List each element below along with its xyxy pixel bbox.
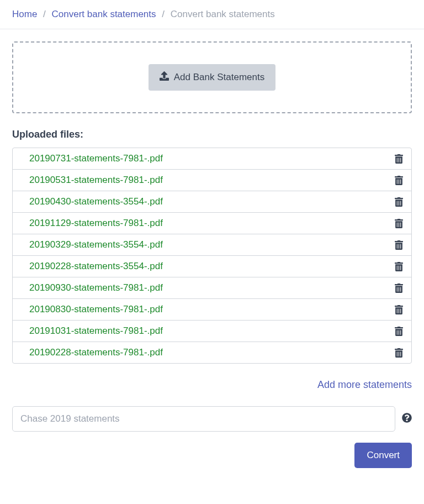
breadcrumb-section[interactable]: Convert bank statements (52, 9, 156, 19)
breadcrumb-separator: / (43, 9, 46, 19)
breadcrumb-current: Convert bank statements (171, 9, 275, 19)
file-name: 20190228-statements-3554-.pdf (29, 261, 163, 272)
file-name: 20190430-statements-3554-.pdf (29, 196, 163, 207)
file-name: 20190731-statements-7981-.pdf (29, 153, 163, 164)
trash-icon[interactable] (395, 305, 403, 314)
file-row: 20190731-statements-7981-.pdf (13, 148, 411, 170)
file-row: 20190329-statements-3554-.pdf (13, 234, 411, 256)
file-name: 20190329-statements-3554-.pdf (29, 239, 163, 250)
file-name: 20190228-statements-7981-.pdf (29, 347, 163, 358)
file-name: 20190531-statements-7981-.pdf (29, 175, 163, 186)
breadcrumb: Home / Convert bank statements / Convert… (0, 0, 424, 29)
file-row: 20190531-statements-7981-.pdf (13, 170, 411, 191)
add-more-statements-link[interactable]: Add more statements (317, 379, 412, 390)
upload-icon (160, 71, 169, 83)
trash-icon[interactable] (395, 154, 403, 164)
file-row: 20191031-statements-7981-.pdf (13, 321, 411, 342)
file-row: 20190228-statements-7981-.pdf (13, 342, 411, 363)
statements-name-input[interactable] (12, 406, 395, 432)
trash-icon[interactable] (395, 348, 403, 358)
file-name: 20191129-statements-7981-.pdf (29, 218, 163, 229)
convert-button[interactable]: Convert (354, 443, 412, 468)
uploaded-files-title: Uploaded files: (12, 129, 412, 140)
trash-icon[interactable] (395, 327, 403, 336)
add-bank-statements-label: Add Bank Statements (174, 72, 264, 83)
breadcrumb-separator: / (162, 9, 165, 19)
file-row: 20191129-statements-7981-.pdf (13, 213, 411, 234)
add-bank-statements-button[interactable]: Add Bank Statements (149, 64, 275, 91)
file-row: 20190430-statements-3554-.pdf (13, 191, 411, 213)
breadcrumb-home[interactable]: Home (12, 9, 37, 19)
trash-icon[interactable] (395, 240, 403, 250)
file-name: 20191031-statements-7981-.pdf (29, 326, 163, 337)
file-name: 20190830-statements-7981-.pdf (29, 304, 163, 315)
file-list: 20190731-statements-7981-.pdf20190531-st… (12, 148, 412, 364)
upload-dropzone[interactable]: Add Bank Statements (12, 41, 412, 113)
trash-icon[interactable] (395, 262, 403, 271)
file-row: 20190830-statements-7981-.pdf (13, 299, 411, 321)
trash-icon[interactable] (395, 176, 403, 185)
file-row: 20190228-statements-3554-.pdf (13, 256, 411, 277)
trash-icon[interactable] (395, 197, 403, 207)
help-icon[interactable] (402, 413, 412, 425)
trash-icon[interactable] (395, 284, 403, 293)
trash-icon[interactable] (395, 219, 403, 228)
file-row: 20190930-statements-7981-.pdf (13, 277, 411, 299)
file-name: 20190930-statements-7981-.pdf (29, 282, 163, 293)
